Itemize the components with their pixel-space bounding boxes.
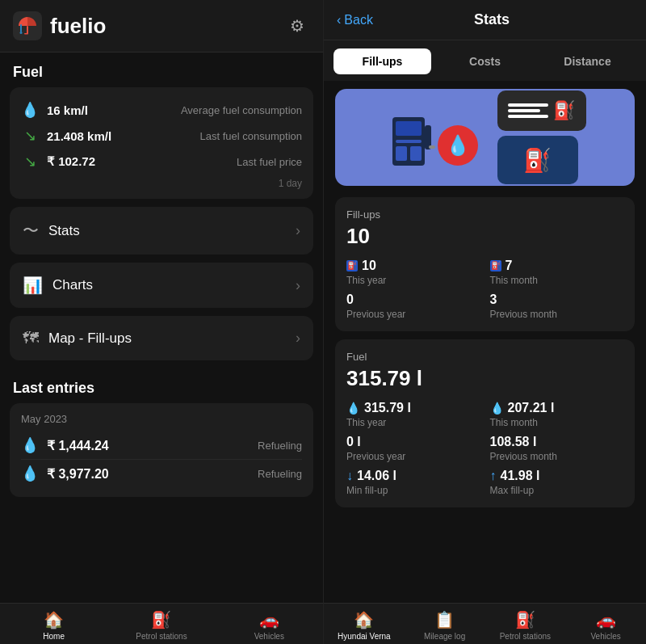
settings-button[interactable]: ⚙ [284, 13, 310, 39]
entry-amount-2: ₹ 3,977.20 [47, 466, 109, 482]
fuel-row-last: ↘ 21.408 km/l Last fuel consumption [21, 123, 302, 149]
stats-chevron-icon: › [296, 222, 300, 239]
fuel-this-month-value: 207.21 l [508, 401, 555, 415]
svg-rect-6 [396, 140, 422, 143]
fuel-avg-icon: 💧 [21, 101, 39, 119]
fuel-stats-section: Fuel 315.79 l 💧 315.79 l This year 💧 207… [335, 339, 635, 507]
svg-rect-7 [396, 146, 407, 161]
fuel-last-label: Last fuel consumption [200, 130, 302, 142]
tab-costs[interactable]: Costs [436, 48, 534, 74]
vehicles-icon-left: 🚗 [259, 610, 279, 629]
last-entries-title: Last entries [10, 368, 313, 403]
charts-label: Charts [52, 277, 93, 293]
pump-icon-banner: ⛽ [553, 100, 575, 121]
home-icon: 🏠 [44, 610, 64, 629]
fuel-banner-card: ⛽ [497, 136, 578, 184]
stats-mini-card: ⛽ [497, 90, 586, 131]
right-bottom-nav: 🏠 Hyundai Verna 📋 Mileage log ⛽ Petrol s… [324, 603, 646, 644]
nav-vehicles-right[interactable]: 🚗 Vehicles [565, 610, 646, 641]
nav-vehicles-left[interactable]: 🚗 Vehicles [216, 610, 323, 641]
nav-petrol-right[interactable]: ⛽ Petrol stations [485, 610, 566, 641]
entry-row-2[interactable]: 💧 ₹ 3,977.20 Refueling [21, 460, 302, 487]
hyundai-label: Hyundai Verna [338, 632, 391, 641]
app-title: fuelio [50, 14, 106, 39]
drop-icon-2: 💧 [490, 402, 504, 415]
left-bottom-nav: 🏠 Home ⛽ Petrol stations 🚗 Vehicles [0, 603, 323, 644]
tab-fillups[interactable]: Fill-ups [333, 48, 431, 74]
left-header: fuelio ⚙ [0, 0, 323, 53]
map-menu-item[interactable]: 🗺 Map - Fill-ups › [10, 316, 313, 360]
fillups-this-year-label: This year [346, 275, 480, 286]
charts-menu-item[interactable]: 📊 Charts › [10, 263, 313, 308]
svg-point-3 [20, 32, 23, 34]
fillups-big-value: 10 [346, 224, 623, 249]
stats-menu-item[interactable]: 〜 Stats › [10, 207, 313, 255]
max-arrow-icon: ↑ [490, 469, 497, 483]
left-panel: fuelio ⚙ Fuel 💧 16 km/l Average fuel con… [0, 0, 323, 644]
nav-petrol-left[interactable]: ⛽ Petrol stations [107, 610, 215, 641]
fillups-this-month: ⛽ 7 This month [490, 259, 624, 286]
stats-icon: 〜 [23, 220, 39, 242]
map-icon: 🗺 [23, 329, 39, 347]
nav-hyundai[interactable]: 🏠 Hyundai Verna [324, 610, 405, 641]
fuel-this-year-value: 315.79 l [364, 401, 411, 415]
entry-type-1: Refueling [258, 440, 302, 452]
fuel-this-year: 💧 315.79 l This year [346, 401, 480, 428]
svg-rect-1 [24, 33, 28, 35]
nav-home[interactable]: 🏠 Home [0, 610, 107, 641]
fuel-prev-year: 0 l Previous year [346, 435, 480, 462]
back-chevron-icon: ‹ [337, 13, 341, 27]
fuel-prev-month: 108.58 l Previous month [490, 435, 624, 462]
charts-icon: 📊 [23, 276, 43, 295]
stats-page-title: Stats [383, 11, 601, 28]
fuel-min-label: Min fill-up [346, 485, 480, 496]
fuel-prev-year-label: Previous year [346, 451, 480, 462]
entries-card: May 2023 💧 ₹ 1,444.24 Refueling 💧 ₹ 3,97… [10, 403, 313, 497]
back-button[interactable]: ‹ Back [337, 13, 373, 27]
drop-icon-1: 💧 [346, 402, 360, 415]
right-content: 💧 ⛽ ⛽ Fill-ups 10 [324, 81, 646, 603]
fuel-stats-grid: 💧 315.79 l This year 💧 207.21 l This mon… [346, 401, 623, 496]
mileage-icon: 📋 [434, 610, 455, 629]
fuel-this-year-label: This year [346, 417, 480, 428]
entry-row-1[interactable]: 💧 ₹ 1,444.24 Refueling [21, 431, 302, 460]
fillups-this-year-value: ⛽ 10 [346, 259, 480, 273]
stats-label: Stats [48, 223, 80, 239]
fuel-avg-label: Average fuel consumption [181, 104, 302, 116]
fuel-stats-label: Fuel [346, 351, 623, 363]
fuel-prev-year-value: 0 l [346, 435, 480, 449]
fuel-avg-value: 16 km/l [47, 103, 88, 117]
svg-rect-0 [27, 26, 28, 34]
fuel-price-icon: ↘ [21, 153, 39, 170]
mileage-label: Mileage log [424, 632, 465, 641]
petrol-icon-left: ⛽ [151, 610, 171, 629]
entry-amount-1: ₹ 1,444.24 [47, 438, 109, 453]
fuel-section-title: Fuel [10, 53, 313, 87]
app-icon [13, 11, 42, 40]
vehicles-label-left: Vehicles [254, 632, 284, 641]
fuel-row-price: ↘ ₹ 102.72 Last fuel price [21, 149, 302, 175]
fuel-min-value: 14.06 l [357, 469, 396, 483]
map-label: Map - Fill-ups [48, 330, 132, 347]
svg-rect-5 [396, 121, 422, 136]
month-label: May 2023 [21, 413, 302, 425]
entry-icon-2: 💧 [21, 465, 39, 482]
nav-mileage[interactable]: 📋 Mileage log [405, 610, 485, 641]
fuel-min-fillup: ↓ 14.06 l Min fill-up [346, 469, 480, 496]
fuel-dot-icon-1: ⛽ [346, 260, 358, 271]
tab-distance[interactable]: Distance [539, 48, 636, 74]
fuel-row-avg: 💧 16 km/l Average fuel consumption [21, 97, 302, 123]
svg-rect-2 [20, 24, 22, 32]
right-header: ‹ Back Stats [324, 0, 646, 40]
pump-illustration [384, 101, 441, 174]
min-arrow-icon: ↓ [346, 469, 353, 483]
fillups-this-month-value: ⛽ 7 [490, 259, 624, 273]
petrol-label-right: Petrol stations [500, 632, 551, 641]
right-panel: ‹ Back Stats Fill-ups Costs Distance [323, 0, 646, 644]
fillups-prev-year-value: 0 [346, 293, 480, 307]
fuel-prev-month-value: 108.58 l [490, 435, 624, 449]
fuel-max-label: Max fill-up [490, 485, 624, 496]
fuel-price-value: ₹ 102.72 [47, 154, 95, 169]
drop-badge: 💧 [438, 125, 478, 166]
fillups-prev-year: 0 Previous year [346, 293, 480, 320]
